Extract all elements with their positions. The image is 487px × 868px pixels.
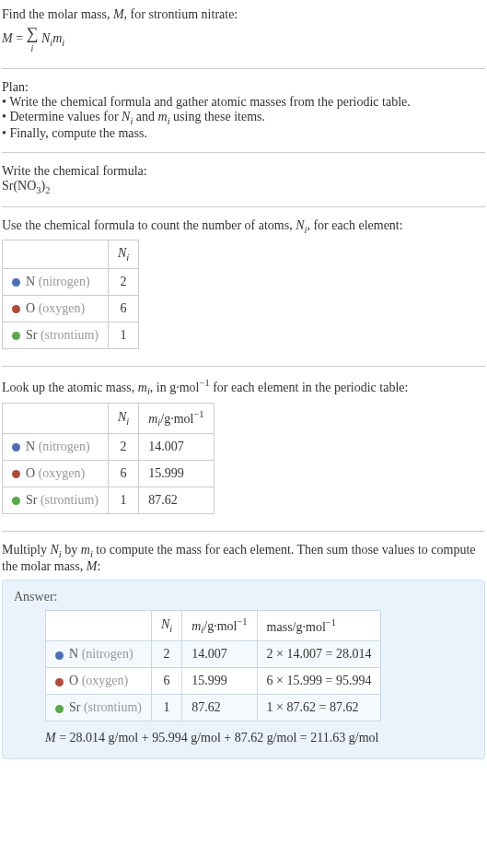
element-dot-icon xyxy=(12,470,20,478)
intro: Find the molar mass, M, for strontium ni… xyxy=(2,4,485,61)
n-cell: 6 xyxy=(151,668,181,695)
plan: Plan: • Write the chemical formula and g… xyxy=(2,76,485,145)
element-cell: Sr (strontium) xyxy=(3,323,109,349)
element-cell: O (oxygen) xyxy=(46,668,152,695)
chemical-formula: Sr(NO3)2 xyxy=(2,179,485,195)
table-row: N (nitrogen) 2 14.007 xyxy=(3,434,215,461)
plan-item-1: • Write the chemical formula and gather … xyxy=(2,95,485,110)
formula-rhs: Nimi xyxy=(41,31,64,45)
atomic-mass-section: Look up the atomic mass, mi, in g·mol−1 … xyxy=(2,374,485,523)
atom-count-table: Ni N (nitrogen) 2 O (oxygen) 6 Sr (stron… xyxy=(2,240,139,349)
element-dot-icon xyxy=(12,332,20,340)
formula-eq: = xyxy=(13,31,27,45)
element-dot-icon xyxy=(12,305,20,313)
intro-text: Find the molar mass, xyxy=(2,7,113,21)
divider xyxy=(2,206,485,207)
table-header-row: Ni mi/g·mol−1 mass/g·mol−1 xyxy=(46,610,381,640)
answer-box: Answer: Ni mi/g·mol−1 mass/g·mol−1 N (ni… xyxy=(2,580,485,759)
n-cell: 1 xyxy=(108,323,138,349)
chemical-formula-section: Write the chemical formula: Sr(NO3)2 xyxy=(2,160,485,199)
multiply-text: Multiply Ni by mi to compute the mass fo… xyxy=(2,543,485,574)
molar-mass-formula: M = ∑i Nimi xyxy=(2,25,485,54)
element-cell: O (oxygen) xyxy=(3,296,109,323)
table-row: O (oxygen) 6 xyxy=(3,296,139,323)
table-header-row: Ni xyxy=(3,240,139,269)
answer-label: Answer: xyxy=(14,590,473,604)
multiply-section: Multiply Ni by mi to compute the mass fo… xyxy=(2,539,485,763)
n-cell: 2 xyxy=(108,434,138,461)
answer-inner: Ni mi/g·mol−1 mass/g·mol−1 N (nitrogen) … xyxy=(14,610,473,745)
n-cell: 1 xyxy=(108,487,138,514)
table-row: Sr (strontium) 1 87.62 xyxy=(3,487,215,514)
element-cell: N (nitrogen) xyxy=(46,641,152,668)
m-cell: 87.62 xyxy=(182,695,257,721)
table-row: N (nitrogen) 2 14.007 2 × 14.007 = 28.01… xyxy=(46,641,381,668)
count-heading: Use the chemical formula to count the nu… xyxy=(2,218,485,235)
table-row: O (oxygen) 6 15.999 xyxy=(3,461,215,487)
divider xyxy=(2,366,485,367)
intro-text2: , for strontium nitrate: xyxy=(124,7,238,21)
divider xyxy=(2,152,485,153)
col-m: mi/g·mol−1 xyxy=(182,610,257,640)
n-cell: 6 xyxy=(108,461,138,487)
m-cell: 87.62 xyxy=(139,487,214,514)
element-dot-icon xyxy=(55,678,64,686)
intro-var-m: M xyxy=(113,7,124,21)
n-cell: 2 xyxy=(151,641,181,668)
n-cell: 1 xyxy=(151,695,181,721)
divider xyxy=(2,531,485,532)
formula-lhs: M xyxy=(2,31,13,45)
col-m: mi/g·mol−1 xyxy=(139,403,214,433)
mass-cell: 6 × 15.999 = 95.994 xyxy=(257,668,381,695)
atom-count-section: Use the chemical formula to count the nu… xyxy=(2,215,485,359)
intro-line: Find the molar mass, M, for strontium ni… xyxy=(2,7,485,22)
col-element xyxy=(3,403,109,433)
m-cell: 15.999 xyxy=(182,668,257,695)
element-dot-icon xyxy=(55,651,64,660)
final-result: M = 28.014 g/mol + 95.994 g/mol + 87.62 … xyxy=(45,731,473,745)
element-dot-icon xyxy=(55,705,64,713)
col-n: Ni xyxy=(108,240,138,269)
element-cell: Sr (strontium) xyxy=(3,487,109,514)
n-cell: 6 xyxy=(108,296,138,323)
element-cell: O (oxygen) xyxy=(3,461,109,487)
table-header-row: Ni mi/g·mol−1 xyxy=(3,403,215,433)
n-cell: 2 xyxy=(108,269,138,296)
sigma-icon: ∑i xyxy=(27,25,39,54)
plan-heading: Plan: xyxy=(2,80,485,95)
element-dot-icon xyxy=(12,497,20,505)
table-row: O (oxygen) 6 15.999 6 × 15.999 = 95.994 xyxy=(46,668,381,695)
element-cell: N (nitrogen) xyxy=(3,269,109,296)
masses-heading: Look up the atomic mass, mi, in g·mol−1 … xyxy=(2,378,485,396)
table-row: N (nitrogen) 2 xyxy=(3,269,139,296)
mass-cell: 1 × 87.62 = 87.62 xyxy=(257,695,381,721)
col-element xyxy=(3,240,109,269)
table-row: Sr (strontium) 1 xyxy=(3,323,139,349)
divider xyxy=(2,68,485,69)
atomic-mass-table: Ni mi/g·mol−1 N (nitrogen) 2 14.007 O (o… xyxy=(2,403,215,514)
plan-item-3: • Finally, compute the mass. xyxy=(2,126,485,141)
element-dot-icon xyxy=(12,443,20,452)
element-cell: Sr (strontium) xyxy=(46,695,152,721)
mass-cell: 2 × 14.007 = 28.014 xyxy=(257,641,381,668)
col-mass: mass/g·mol−1 xyxy=(257,610,381,640)
col-n: Ni xyxy=(108,403,138,433)
table-row: Sr (strontium) 1 87.62 1 × 87.62 = 87.62 xyxy=(46,695,381,721)
m-cell: 14.007 xyxy=(182,641,257,668)
m-cell: 15.999 xyxy=(139,461,214,487)
answer-table: Ni mi/g·mol−1 mass/g·mol−1 N (nitrogen) … xyxy=(45,610,381,721)
plan-item-2: • Determine values for Ni and mi using t… xyxy=(2,110,485,126)
element-cell: N (nitrogen) xyxy=(3,434,109,461)
chemformula-heading: Write the chemical formula: xyxy=(2,164,485,179)
col-element xyxy=(46,610,152,640)
m-cell: 14.007 xyxy=(139,434,214,461)
col-n: Ni xyxy=(151,610,181,640)
element-dot-icon xyxy=(12,278,20,287)
